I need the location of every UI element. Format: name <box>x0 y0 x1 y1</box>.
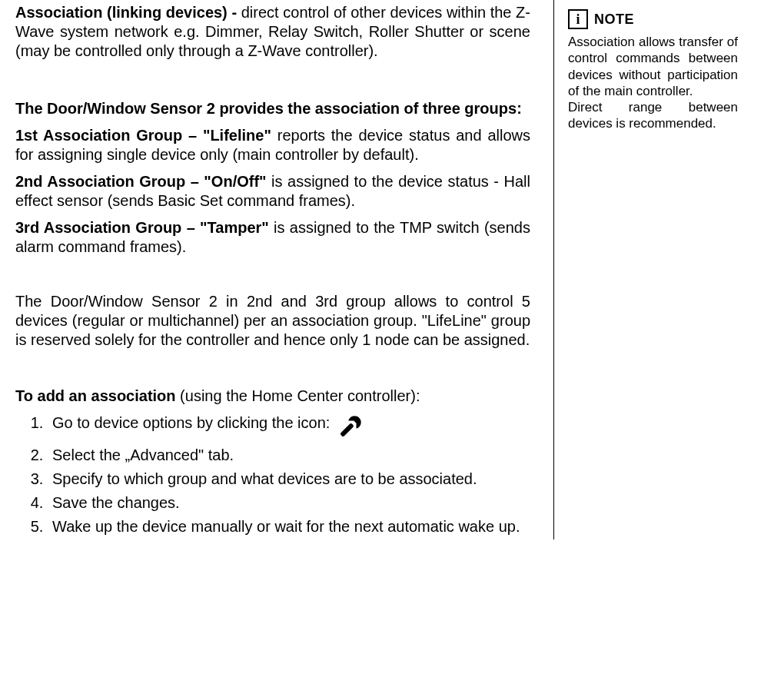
note-body-2: Direct range between devices is recommen… <box>568 100 738 131</box>
sidebar-note: i NOTE Association allows transfer of co… <box>553 0 738 539</box>
step-1: Go to device options by clicking the ico… <box>48 412 530 441</box>
groups-heading: The Door/Window Sensor 2 provides the as… <box>15 99 530 118</box>
intro-lead: Association (linking devices) - <box>15 4 241 21</box>
group-2-lead: 2nd Association Group – "On/Off" <box>15 173 267 190</box>
limits-paragraph: The Door/Window Sensor 2 in 2nd and 3rd … <box>15 292 530 350</box>
group-3: 3rd Association Group – "Tamper" is assi… <box>15 218 530 257</box>
step-4: Save the changes. <box>48 493 530 513</box>
note-title: NOTE <box>594 11 634 28</box>
note-header: i NOTE <box>568 9 738 29</box>
add-association-lead: To add an association <box>15 387 176 404</box>
main-column: Association (linking devices) - direct c… <box>15 3 553 539</box>
svg-rect-0 <box>340 423 354 437</box>
wrench-icon <box>336 412 365 441</box>
step-3: Specify to which group and what devices … <box>48 470 530 489</box>
add-association-rest: (using the Home Center controller): <box>176 387 420 404</box>
group-2: 2nd Association Group – "On/Off" is assi… <box>15 172 530 211</box>
group-1-lead: 1st Association Group – "Lifeline" <box>15 127 271 144</box>
step-2: Select the „Advanced" tab. <box>48 446 530 465</box>
group-3-lead: 3rd Association Group – "Tamper" <box>15 219 269 236</box>
info-icon: i <box>568 9 588 29</box>
group-1: 1st Association Group – "Lifeline" repor… <box>15 126 530 164</box>
step-5: Wake up the device manually or wait for … <box>48 517 530 536</box>
note-body-1: Association allows transfer of control c… <box>568 35 738 98</box>
steps-list: Go to device options by clicking the ico… <box>15 412 530 536</box>
step-1-text: Go to device options by clicking the ico… <box>52 412 330 433</box>
add-association-heading: To add an association (using the Home Ce… <box>15 387 530 406</box>
note-body: Association allows transfer of control c… <box>568 34 738 132</box>
intro-paragraph: Association (linking devices) - direct c… <box>15 3 530 61</box>
